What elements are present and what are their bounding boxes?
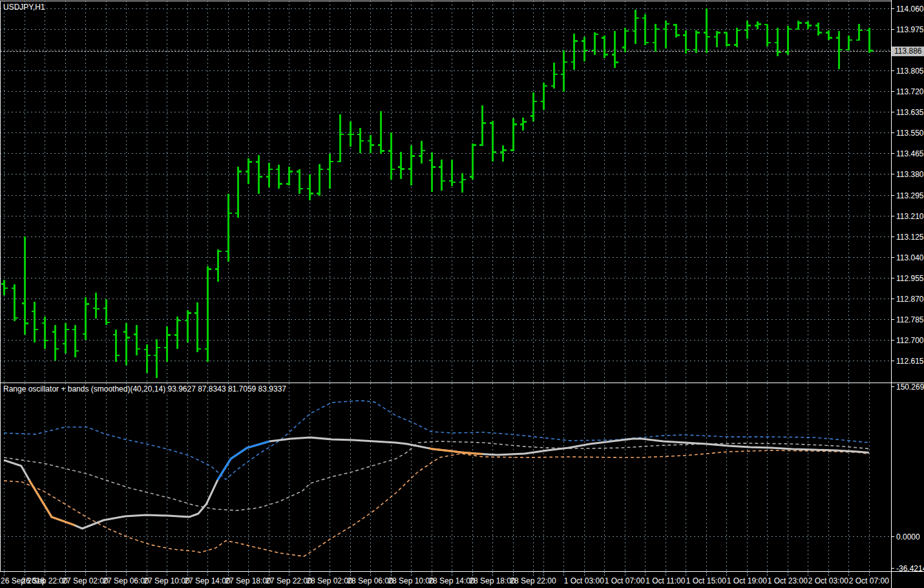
price-axis-label: 113.720 bbox=[896, 87, 924, 96]
time-axis-label: 2 Oct 03:00 bbox=[808, 576, 848, 585]
price-axis-label: 113.210 bbox=[896, 212, 924, 221]
time-axis-label: 27 Sep 10:00 bbox=[143, 576, 190, 585]
time-axis-label: 28 Sep 14:00 bbox=[428, 576, 475, 585]
oscillator-upper-band bbox=[4, 401, 869, 479]
oscillator-main-segment-1 bbox=[218, 441, 269, 480]
price-axis-label: 112.870 bbox=[896, 295, 924, 304]
price-axis-label: 113.550 bbox=[896, 129, 924, 138]
oscillator-main-segment-2 bbox=[429, 448, 482, 454]
oscillator-middle-band bbox=[4, 441, 869, 510]
time-axis-label: 2 Oct 07:00 bbox=[849, 576, 889, 585]
chart-canvas[interactable]: 114.060113.975113.805113.720113.635113.5… bbox=[0, 0, 924, 588]
time-axis-label: 28 Sep 22:00 bbox=[510, 576, 556, 585]
time-axis-label: 27 Sep 06:00 bbox=[103, 576, 149, 585]
time-axis-label: 1 Oct 19:00 bbox=[727, 576, 767, 585]
price-axis-label: 114.060 bbox=[896, 5, 924, 14]
price-axis-label: 113.635 bbox=[896, 108, 924, 117]
oscillator-lower-band bbox=[4, 450, 869, 556]
price-axis-label: 113.975 bbox=[896, 25, 924, 34]
current-price-tag: 113.886 bbox=[892, 47, 924, 56]
time-axis-label: 1 Oct 07:00 bbox=[605, 576, 645, 585]
time-axis-ticks bbox=[5, 572, 870, 576]
price-axis-label: 113.040 bbox=[896, 253, 924, 262]
time-axis-label: 27 Sep 22:00 bbox=[266, 576, 312, 585]
price-axis-label: 113.295 bbox=[896, 191, 924, 200]
price-axis-label: 113.125 bbox=[896, 233, 924, 242]
panel-border bbox=[0, 1, 891, 571]
price-axis-label: 113.465 bbox=[896, 149, 924, 158]
price-axis-label: 113.805 bbox=[896, 67, 924, 76]
time-axis-label: 27 Sep 14:00 bbox=[184, 576, 231, 585]
price-axis-label: 112.615 bbox=[896, 357, 924, 366]
ohlc-bars bbox=[1, 8, 873, 378]
time-axis-label: 28 Sep 06:00 bbox=[347, 576, 394, 585]
price-scale[interactable]: 114.060113.975113.805113.720113.635113.5… bbox=[896, 5, 924, 573]
price-axis-label: 112.785 bbox=[896, 315, 924, 324]
time-axis-label: 1 Oct 15:00 bbox=[686, 576, 726, 585]
price-axis-label: 112.700 bbox=[896, 336, 924, 345]
price-axis-label: 113.380 bbox=[896, 170, 924, 179]
time-axis-label: 28 Sep 02:00 bbox=[306, 576, 353, 585]
time-axis-label: 27 Sep 02:00 bbox=[62, 576, 109, 585]
indicator-values-label: Range oscillator + bands (smoothed)(40,2… bbox=[3, 384, 286, 394]
price-axis-label: 112.955 bbox=[896, 274, 924, 283]
time-scale[interactable]: 26 Sep 201826 Sep 22:0027 Sep 02:0027 Se… bbox=[1, 576, 889, 585]
oscillator-main-segment-0 bbox=[29, 480, 75, 525]
oscillator-main-line bbox=[4, 437, 869, 529]
oscillator-axis-label: -36.4214 bbox=[896, 564, 924, 573]
time-axis-label: 27 Sep 18:00 bbox=[225, 576, 271, 585]
oscillator-axis-label: 0.0000 bbox=[896, 532, 920, 541]
time-axis-label: 1 Oct 23:00 bbox=[768, 576, 808, 585]
time-axis-label: 26 Sep 22:00 bbox=[21, 576, 68, 585]
symbol-timeframe-label: USDJPY,H1 bbox=[3, 3, 45, 12]
time-axis-label: 1 Oct 11:00 bbox=[646, 576, 685, 585]
oscillator-axis-label: 150.2691 bbox=[896, 383, 924, 392]
time-axis-label: 1 Oct 03:00 bbox=[564, 576, 604, 585]
trading-chart-window: 114.060113.975113.805113.720113.635113.5… bbox=[0, 0, 924, 588]
time-axis-label: 28 Sep 18:00 bbox=[469, 576, 516, 585]
grid-vertical bbox=[5, 1, 870, 571]
grid-horizontal bbox=[0, 9, 891, 537]
time-axis-label: 28 Sep 10:00 bbox=[388, 576, 434, 585]
